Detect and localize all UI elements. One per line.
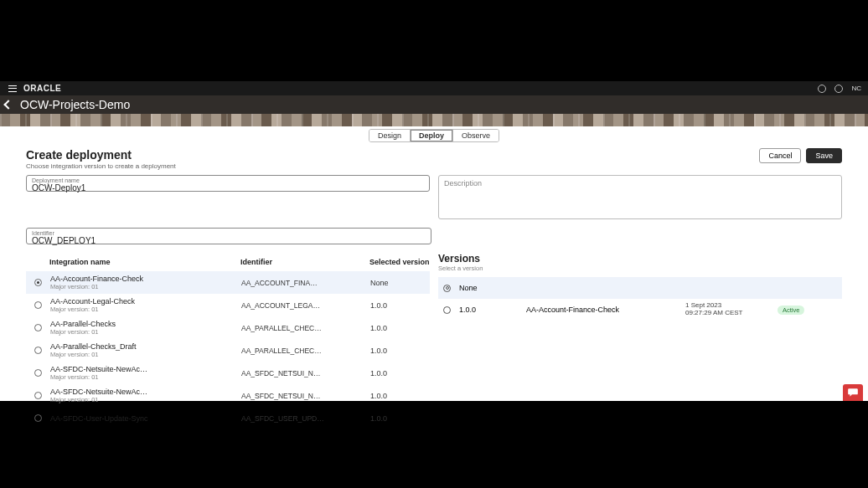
main-card: Design Deploy Observe Create deployment … xyxy=(18,126,850,399)
description-field[interactable]: Description xyxy=(438,175,842,219)
row-radio[interactable] xyxy=(34,324,42,331)
major-version: Major version: 01 xyxy=(50,373,241,381)
major-version: Major version: 01 xyxy=(50,306,241,313)
tab-design[interactable]: Design xyxy=(369,130,410,141)
deployment-name-field[interactable]: Deployment name OCW-Deploy1 xyxy=(26,175,430,192)
page-subheading: Choose integration version to create a d… xyxy=(26,162,176,170)
page-title: OCW-Projects-Demo xyxy=(20,98,130,111)
table-row[interactable]: AA-SFDC-Netsuite-NewAc…Major version: 01… xyxy=(26,362,430,384)
selected-version: 1.0.0 xyxy=(370,324,387,332)
table-row[interactable]: AA-SFDC-User-Update-SyncAA_SFDC_USER_UPD… xyxy=(26,407,430,429)
version-label: 1.0.0 xyxy=(459,306,526,314)
row-radio[interactable] xyxy=(34,301,42,309)
integration-identifier: AA_SFDC_NETSUI_N… xyxy=(241,369,370,378)
integration-identifier: AA_ACCOUNT_FINA… xyxy=(241,279,370,287)
integration-name: AA-SFDC-Netsuite-NewAc… xyxy=(50,365,241,373)
integration-identifier: AA_SFDC_USER_UPD… xyxy=(241,414,370,423)
back-icon[interactable] xyxy=(3,100,13,109)
table-row[interactable]: AA-Account-Finance-CheckMajor version: 0… xyxy=(26,271,430,294)
selected-version: 1.0.0 xyxy=(370,369,387,378)
identifier-field[interactable]: Identifier OCW_DEPLOY1 xyxy=(26,228,431,244)
cancel-button[interactable]: Cancel xyxy=(759,148,801,163)
versions-sub: Select a version xyxy=(438,265,842,272)
row-radio[interactable] xyxy=(34,392,42,399)
selected-version: 1.0.0 xyxy=(370,301,387,310)
row-radio[interactable] xyxy=(34,369,42,377)
status-badge: Active xyxy=(778,306,804,315)
identifier-value[interactable]: OCW_DEPLOY1 xyxy=(32,236,426,245)
integration-identifier: AA_PARALLEL_CHEC… xyxy=(241,347,370,355)
col-integration-name: Integration name xyxy=(49,258,240,266)
decorative-banner xyxy=(0,114,868,126)
integration-name: AA-SFDC-User-Update-Sync xyxy=(50,414,241,423)
bell-icon[interactable] xyxy=(818,85,826,93)
major-version: Major version: 01 xyxy=(50,396,241,403)
help-icon[interactable] xyxy=(834,85,843,93)
integration-name: AA-Account-Finance-Check xyxy=(50,275,241,283)
identifier-label: Identifier xyxy=(32,230,426,236)
versions-title: Versions xyxy=(438,253,842,265)
integration-identifier: AA_PARALLEL_CHEC… xyxy=(241,324,370,332)
version-radio[interactable] xyxy=(443,285,451,292)
col-identifier: Identifier xyxy=(240,258,369,266)
version-row[interactable]: 1.0.0AA-Account-Finance-Check1 Sept 2023… xyxy=(438,299,842,321)
integration-name: AA-Parallel-Checks_Draft xyxy=(50,342,241,351)
col-selected-version: Selected version xyxy=(369,258,430,266)
table-row[interactable]: AA-Parallel-Checks_DraftMajor version: 0… xyxy=(26,339,430,362)
row-radio[interactable] xyxy=(34,414,42,422)
integration-identifier: AA_ACCOUNT_LEGA… xyxy=(241,301,370,310)
tab-observe[interactable]: Observe xyxy=(452,130,499,141)
major-version: Major version: 01 xyxy=(50,351,241,358)
save-button[interactable]: Save xyxy=(806,148,842,163)
table-row[interactable]: AA-Account-Legal-CheckMajor version: 01A… xyxy=(26,294,430,316)
integration-name: AA-Account-Legal-Check xyxy=(50,297,241,306)
integration-name: AA-SFDC-Netsuite-NewAc… xyxy=(50,388,241,396)
selected-version: 1.0.0 xyxy=(370,392,387,400)
user-initials[interactable]: NC xyxy=(851,85,861,92)
breadcrumb: OCW-Projects-Demo xyxy=(0,95,868,114)
selected-version: 1.0.0 xyxy=(370,414,387,423)
row-radio[interactable] xyxy=(34,347,42,354)
table-row[interactable]: AA-SFDC-Netsuite-NewAc…Major version: 01… xyxy=(26,384,430,407)
row-radio[interactable] xyxy=(34,279,42,286)
versions-panel: Versions Select a version None1.0.0AA-Ac… xyxy=(438,253,842,429)
version-label: None xyxy=(459,284,526,292)
brand-logo: ORACLE xyxy=(23,84,61,93)
page-heading: Create deployment xyxy=(26,148,176,162)
integrations-table: Integration name Identifier Selected ver… xyxy=(26,253,430,429)
global-header: ORACLE NC xyxy=(0,81,868,95)
major-version: Major version: 01 xyxy=(50,328,241,336)
version-radio[interactable] xyxy=(443,306,451,314)
integration-name: AA-Parallel-Checks xyxy=(50,320,241,328)
integration-identifier: AA_SFDC_NETSUI_N… xyxy=(241,392,370,400)
version-date: 1 Sept 202309:27:29 AM CEST xyxy=(685,302,778,317)
selected-version: 1.0.0 xyxy=(370,347,387,355)
table-row[interactable]: AA-Parallel-ChecksMajor version: 01AA_PA… xyxy=(26,316,430,339)
version-integration: AA-Account-Finance-Check xyxy=(526,306,685,314)
tab-deploy[interactable]: Deploy xyxy=(410,130,452,141)
deployment-name-label: Deployment name xyxy=(32,177,424,183)
selected-version: None xyxy=(370,279,389,287)
mode-tabs: Design Deploy Observe xyxy=(369,129,499,142)
major-version: Major version: 01 xyxy=(50,283,241,290)
version-row[interactable]: None xyxy=(438,277,842,299)
chat-icon[interactable] xyxy=(843,384,863,401)
deployment-name-value[interactable]: OCW-Deploy1 xyxy=(32,183,424,193)
menu-icon[interactable] xyxy=(8,85,17,92)
